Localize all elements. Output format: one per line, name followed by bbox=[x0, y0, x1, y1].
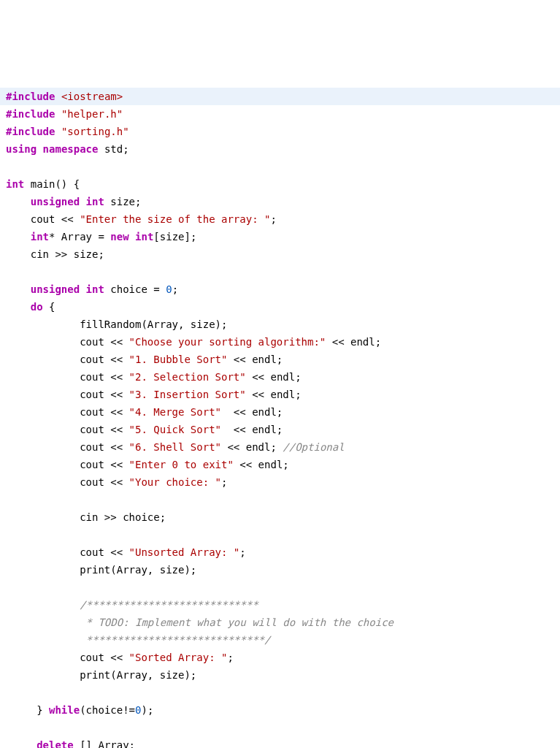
blank-line bbox=[0, 581, 18, 593]
cout: cout << bbox=[6, 389, 129, 400]
code-line: int main() { bbox=[0, 178, 85, 190]
str-selection: "2. Selection Sort" bbox=[129, 371, 246, 383]
code-line: cout << "2. Selection Sort" << endl; bbox=[0, 371, 307, 383]
comment-todo: * TODO: Implement what you will do with … bbox=[6, 617, 394, 628]
semi: ; bbox=[172, 283, 178, 295]
str-yourchoice: "Your choice: " bbox=[129, 476, 221, 488]
semi: ; bbox=[239, 546, 245, 558]
blank-line bbox=[0, 529, 18, 541]
header-sorting: "sorting.h" bbox=[61, 126, 129, 137]
endl: << endl; bbox=[234, 459, 289, 470]
code-line: *****************************/ bbox=[0, 634, 276, 646]
endl: << endl; bbox=[221, 441, 283, 453]
var-size: size; bbox=[104, 196, 142, 207]
ns-std: std; bbox=[98, 143, 129, 155]
semi: ; bbox=[270, 213, 276, 225]
cout: cout << bbox=[6, 652, 129, 663]
code-line: cout << "1. Bubble Sort" << endl; bbox=[0, 354, 288, 365]
kw-int: int bbox=[6, 178, 24, 190]
code-line: #include "helper.h" bbox=[0, 108, 129, 120]
while-cond: (choice!= bbox=[80, 704, 135, 716]
comment-block-start: /**************************** bbox=[6, 599, 258, 611]
kw-namespace: namespace bbox=[43, 143, 99, 155]
code-line: cout << "5. Quick Sort" << endl; bbox=[0, 424, 288, 435]
fn-main: main() { bbox=[24, 178, 80, 190]
kw-do: do bbox=[31, 301, 43, 313]
call-fillrandom: fillRandom(Array, size); bbox=[6, 318, 227, 330]
cout: cout << bbox=[6, 336, 129, 348]
cout: cout << bbox=[6, 459, 129, 470]
cin-size: cin >> size; bbox=[6, 248, 104, 260]
call-print: print(Array, size); bbox=[6, 669, 196, 681]
code-line: cout << "Unsorted Array: "; bbox=[0, 546, 252, 558]
kw-delete: delete bbox=[37, 739, 74, 748]
endl: << endl; bbox=[221, 424, 283, 435]
code-line: fillRandom(Array, size); bbox=[0, 318, 233, 330]
str-unsorted: "Unsorted Array: " bbox=[129, 546, 240, 558]
str-shell: "6. Shell Sort" bbox=[129, 441, 221, 453]
code-line: cout << "Enter the size of the array: "; bbox=[0, 213, 283, 225]
str-choose: "Choose your sorting algorithm:" bbox=[129, 336, 326, 348]
kw-include: #include bbox=[6, 126, 55, 137]
code-line: cout << "Sorted Array: "; bbox=[0, 652, 239, 663]
blank-line bbox=[0, 494, 18, 505]
blank-line bbox=[0, 266, 18, 278]
code-line: delete [] Array; bbox=[0, 739, 141, 748]
delete-arr: [] Array; bbox=[74, 739, 135, 748]
call-print: print(Array, size); bbox=[6, 564, 196, 576]
code-line: print(Array, size); bbox=[0, 564, 202, 576]
while-end: ); bbox=[141, 704, 153, 716]
semi: ; bbox=[221, 476, 227, 488]
code-line: cout << "3. Insertion Sort" << endl; bbox=[0, 389, 307, 400]
cout: cout << bbox=[6, 371, 129, 383]
kw-while: while bbox=[49, 704, 80, 716]
code-line: cout << "6. Shell Sort" << endl; //Optio… bbox=[0, 441, 350, 453]
str-exit: "Enter 0 to exit" bbox=[129, 459, 234, 470]
code-block: #include <iostream> #include "helper.h" … bbox=[0, 70, 560, 748]
cout: cout << bbox=[6, 213, 80, 225]
code-line: do { bbox=[0, 301, 61, 313]
kw-include: #include bbox=[6, 91, 55, 102]
endl: << endl; bbox=[221, 406, 283, 418]
brace-close: } bbox=[6, 704, 49, 716]
code-line: cout << "Enter 0 to exit" << endl; bbox=[0, 459, 295, 470]
kw-int: int bbox=[86, 283, 104, 295]
blank-line bbox=[0, 161, 18, 172]
semi: ; bbox=[227, 652, 233, 663]
code-line: using namespace std; bbox=[0, 143, 135, 155]
endl: << endl; bbox=[326, 336, 381, 348]
kw-int: int bbox=[135, 231, 153, 243]
header-helper: "helper.h" bbox=[61, 108, 123, 120]
endl: << endl; bbox=[246, 371, 302, 383]
str-sorted: "Sorted Array: " bbox=[129, 652, 228, 663]
cin-choice: cin >> choice; bbox=[6, 511, 166, 523]
code-line: cin >> choice; bbox=[0, 511, 172, 523]
code-line: #include <iostream> bbox=[0, 88, 560, 105]
brace: { bbox=[43, 301, 55, 313]
ptr-decl: * Array = bbox=[49, 231, 110, 243]
str-quick: "5. Quick Sort" bbox=[129, 424, 221, 435]
cout: cout << bbox=[6, 424, 129, 435]
code-line: cout << "Your choice: "; bbox=[0, 476, 233, 488]
code-line: print(Array, size); bbox=[0, 669, 202, 681]
code-line: * TODO: Implement what you will do with … bbox=[0, 617, 399, 628]
header-iostream: <iostream> bbox=[61, 91, 123, 102]
code-line: cout << "Choose your sorting algorithm:"… bbox=[0, 336, 387, 348]
code-line: cout << "4. Merge Sort" << endl; bbox=[0, 406, 288, 418]
blank-line bbox=[0, 722, 18, 733]
arr-bracket: [size]; bbox=[153, 231, 196, 243]
str-prompt-size: "Enter the size of the array: " bbox=[80, 213, 270, 225]
str-insertion: "3. Insertion Sort" bbox=[129, 389, 246, 400]
kw-int: int bbox=[86, 196, 104, 207]
num-zero: 0 bbox=[166, 283, 172, 295]
code-line: } while(choice!=0); bbox=[0, 704, 159, 716]
blank-line bbox=[0, 687, 18, 698]
kw-include: #include bbox=[6, 108, 55, 120]
comment-block-end: *****************************/ bbox=[6, 634, 270, 646]
str-bubble: "1. Bubble Sort" bbox=[129, 354, 228, 365]
code-line: unsigned int size; bbox=[0, 196, 147, 207]
code-line: int* Array = new int[size]; bbox=[0, 231, 202, 243]
str-merge: "4. Merge Sort" bbox=[129, 406, 221, 418]
cout: cout << bbox=[6, 406, 129, 418]
code-line: #include "sorting.h" bbox=[0, 126, 135, 137]
